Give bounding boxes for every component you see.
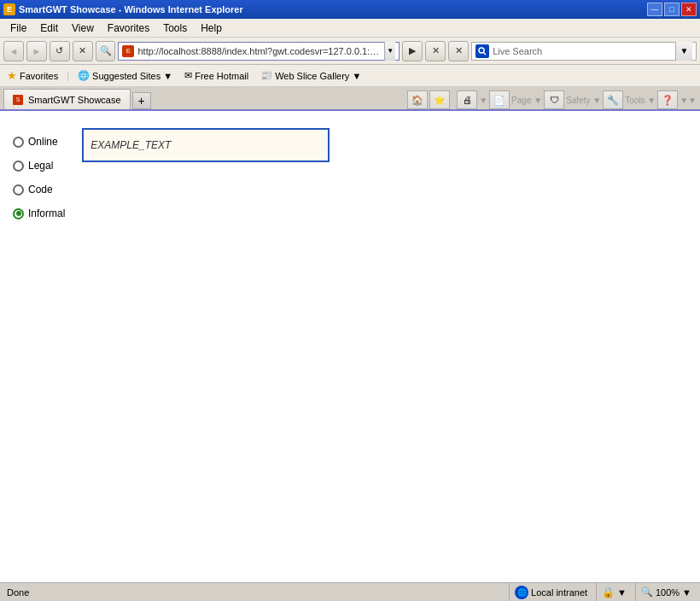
- menu-bar: File Edit View Favorites Tools Help: [0, 19, 700, 38]
- address-favicon: E: [122, 45, 134, 57]
- suggested-sites-icon: 🌐: [78, 70, 90, 81]
- text-input-value: EXAMPLE_TEXT: [90, 139, 171, 151]
- menu-edit[interactable]: Edit: [33, 20, 65, 36]
- address-text: http://localhost:8888/index.html?gwt.cod…: [137, 46, 380, 56]
- main-content: Online Legal Code Informal EXAMPLE_TEXT: [0, 111, 700, 582]
- search-nav-button[interactable]: 🔍: [96, 41, 116, 61]
- favorites-suggested-sites[interactable]: 🌐 Suggested Sites ▼: [74, 68, 176, 83]
- title-bar: E SmartGWT Showcase - Windows Internet E…: [0, 0, 700, 19]
- back-button[interactable]: ◄: [3, 41, 24, 61]
- address-dropdown[interactable]: ▼: [384, 42, 396, 61]
- tab-label: SmartGWT Showcase: [28, 95, 121, 105]
- refresh-button[interactable]: ↺: [50, 41, 70, 61]
- nav-star-button[interactable]: ✕: [425, 41, 446, 61]
- title-bar-left: E SmartGWT Showcase - Windows Internet E…: [3, 3, 243, 15]
- toolbar-print-button[interactable]: 🖨: [457, 90, 477, 109]
- menu-tools[interactable]: Tools: [156, 20, 194, 36]
- content-area: Online Legal Code Informal EXAMPLE_TEXT: [0, 111, 700, 241]
- menu-file[interactable]: File: [3, 20, 33, 36]
- menu-help[interactable]: Help: [194, 20, 229, 36]
- suggested-sites-label: Suggested Sites ▼: [92, 71, 172, 81]
- toolbar-help-button[interactable]: ❓: [657, 90, 678, 109]
- radio-informal-label: Informal: [28, 207, 65, 219]
- radio-legal-label: Legal: [28, 160, 53, 172]
- web-slice-label: Web Slice Gallery ▼: [275, 71, 361, 81]
- radio-online-circle: [13, 137, 24, 148]
- nav-go-button[interactable]: ▶: [402, 41, 423, 61]
- radio-code-circle: [13, 184, 24, 195]
- radio-online[interactable]: Online: [13, 131, 65, 152]
- search-icon: [475, 44, 489, 58]
- text-input[interactable]: EXAMPLE_TEXT: [82, 128, 330, 162]
- toolbar-home-button[interactable]: 🏠: [407, 90, 428, 109]
- favorites-star-icon: ★: [7, 69, 17, 82]
- search-placeholder: Live Search: [493, 46, 672, 56]
- web-slice-icon: 📰: [260, 70, 272, 81]
- tab-toolbar: 🏠 ⭐ 🖨 ▼ 📄 Page ▼ 🛡 Safety ▼ 🔧 Tools ▼ ❓ …: [407, 90, 697, 109]
- stop-button[interactable]: ✕: [73, 41, 93, 61]
- radio-informal[interactable]: Informal: [13, 203, 65, 224]
- toolbar-tools-button[interactable]: 🔧: [603, 90, 623, 109]
- title-bar-app-icon: E: [3, 3, 15, 15]
- favorites-web-slice[interactable]: 📰 Web Slice Gallery ▼: [257, 68, 365, 83]
- favorites-free-hotmail[interactable]: ✉ Free Hotmail: [181, 68, 252, 83]
- search-submit-button[interactable]: ▼: [675, 42, 692, 61]
- minimize-button[interactable]: —: [647, 3, 662, 16]
- toolbar-page-button[interactable]: 📄: [489, 90, 510, 109]
- title-bar-title: SmartGWT Showcase - Windows Internet Exp…: [19, 4, 243, 15]
- radio-legal-circle: [13, 160, 24, 172]
- favorites-button[interactable]: ★ Favorites: [3, 67, 61, 84]
- tab-smartgwt[interactable]: S SmartGWT Showcase: [3, 89, 131, 109]
- free-hotmail-icon: ✉: [184, 70, 192, 81]
- svg-line-1: [484, 52, 487, 55]
- radio-group: Online Legal Code Informal: [13, 128, 65, 224]
- forward-button[interactable]: ►: [26, 41, 47, 61]
- radio-legal[interactable]: Legal: [13, 155, 65, 176]
- toolbar-safety-button[interactable]: 🛡: [544, 90, 564, 109]
- search-box[interactable]: Live Search ▼: [471, 42, 697, 61]
- favorites-bar: ★ Favorites | 🌐 Suggested Sites ▼ ✉ Free…: [0, 65, 700, 87]
- radio-code[interactable]: Code: [13, 179, 65, 200]
- close-button[interactable]: ✕: [681, 3, 697, 16]
- tab-bar: S SmartGWT Showcase + 🏠 ⭐ 🖨 ▼ 📄 Page ▼ 🛡…: [0, 87, 700, 111]
- nav-bar: ◄ ► ↺ ✕ 🔍 E http://localhost:8888/index.…: [0, 38, 700, 65]
- favorites-label: Favorites: [20, 71, 58, 81]
- address-bar[interactable]: E http://localhost:8888/index.html?gwt.c…: [118, 42, 400, 61]
- nav-favorites-button[interactable]: ✕: [448, 41, 469, 61]
- new-tab-button[interactable]: +: [132, 92, 151, 109]
- radio-online-label: Online: [28, 136, 58, 148]
- maximize-button[interactable]: □: [664, 3, 680, 16]
- title-bar-controls: — □ ✕: [647, 3, 697, 16]
- svg-point-0: [479, 48, 484, 53]
- radio-code-label: Code: [28, 184, 53, 195]
- menu-favorites[interactable]: Favorites: [101, 20, 156, 36]
- tab-favicon: S: [13, 95, 23, 105]
- free-hotmail-label: Free Hotmail: [195, 71, 248, 81]
- menu-view[interactable]: View: [65, 20, 101, 36]
- toolbar-favorites-button[interactable]: ⭐: [429, 90, 450, 109]
- radio-informal-circle: [13, 208, 24, 219]
